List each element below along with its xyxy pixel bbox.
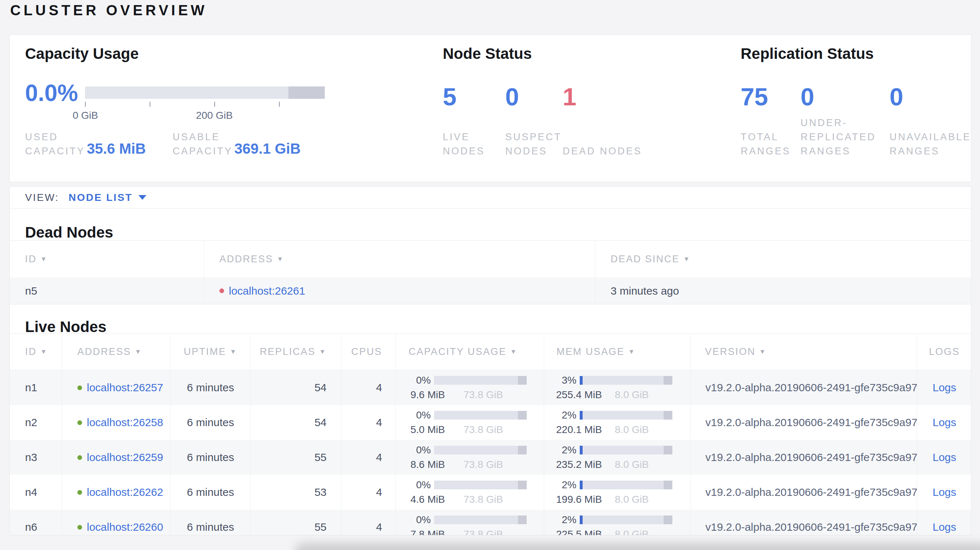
sort-arrow-icon: ▼: [135, 348, 142, 356]
axis-tick-label: 200 GiB: [191, 110, 238, 121]
memory-usage-widget: 2%220.1 MiB8.0 GiB: [556, 409, 672, 436]
replicas-cell: 55: [251, 510, 341, 536]
view-selected-value[interactable]: NODE LIST: [68, 192, 132, 203]
column-header-dead_since[interactable]: DEAD SINCE▼: [595, 241, 971, 278]
live-nodes-count: 5: [443, 84, 505, 109]
sort-arrow-icon: ▼: [230, 348, 237, 356]
address-link[interactable]: localhost:26258: [87, 416, 163, 429]
column-header-memory[interactable]: MEM USAGE▼: [544, 334, 691, 370]
version-value: v19.2.0-alpha.20190606-2491-gfe735c9a97: [691, 486, 917, 498]
uptime-cell: 6 minutes: [171, 510, 251, 536]
axis-tick: [214, 102, 215, 107]
capacity-used-value: 7.8 MiB: [410, 529, 445, 536]
dead-nodes-table-body: n5localhost:262613 minutes ago: [10, 278, 971, 304]
capacity-usage-widget: 0%5.0 MiB73.8 GiB: [410, 409, 527, 436]
address-link[interactable]: localhost:26262: [87, 486, 163, 498]
unavailable-ranges-stat: 0 UNAVAILABLE RANGES: [889, 84, 975, 158]
column-header-version[interactable]: VERSION▼: [691, 334, 917, 370]
logs-cell: Logs: [917, 475, 971, 510]
column-header-id[interactable]: ID▼: [10, 334, 62, 370]
live-status-dot-icon: [77, 385, 82, 390]
memory-usage-percent: 2%: [556, 444, 576, 456]
memory-usage-cell: 2%199.6 MiB8.0 GiB: [544, 475, 691, 510]
capacity-usage-cell: 0%4.6 MiB73.8 GiB: [396, 475, 544, 510]
dead-status-dot-icon: [220, 288, 224, 293]
address-link[interactable]: localhost:26261: [229, 285, 305, 297]
address-link[interactable]: localhost:26259: [87, 451, 163, 464]
memory-usage-percent: 2%: [556, 409, 576, 421]
id-cell: n2: [10, 405, 62, 440]
table-row: n4localhost:262626 minutes5340%4.6 MiB73…: [10, 475, 971, 510]
version-cell: v19.2.0-alpha.20190606-2491-gfe735c9a97: [691, 370, 917, 405]
capacity-percent: 0.0%: [25, 81, 85, 105]
logs-link[interactable]: Logs: [932, 521, 956, 533]
replicas-value: 54: [315, 416, 326, 429]
memory-usage-bar-other-segment: [663, 411, 672, 420]
capacity-usage-cell: 0%5.0 MiB73.8 GiB: [396, 405, 544, 440]
memory-usage-bar-other-segment: [663, 376, 672, 385]
memory-usage-bar: [580, 376, 672, 385]
version-value: v19.2.0-alpha.20190606-2491-gfe735c9a97: [691, 416, 917, 429]
sort-arrow-icon: ▼: [628, 348, 636, 356]
used-capacity-stat: USED CAPACITY 35.6 MiB: [25, 130, 146, 158]
logs-link[interactable]: Logs: [932, 416, 956, 429]
live-nodes-table: ID▼ADDRESS▼UPTIME▼REPLICAS▼CPUSCAPACITY …: [10, 334, 971, 536]
dead-since-value: 3 minutes ago: [611, 285, 679, 297]
logs-link[interactable]: Logs: [932, 451, 956, 464]
uptime-value: 6 minutes: [187, 521, 234, 533]
table-row: n2localhost:262586 minutes5440%5.0 MiB73…: [10, 405, 971, 440]
address-link[interactable]: localhost:26257: [87, 382, 163, 394]
replicas-cell: 54: [251, 370, 341, 405]
replicas-cell: 55: [251, 440, 341, 475]
memory-used-value: 255.4 MiB: [556, 389, 602, 401]
dead-since-cell: 3 minutes ago: [595, 278, 971, 304]
uptime-value: 6 minutes: [187, 486, 234, 498]
view-selector[interactable]: NODE LIST: [68, 192, 146, 203]
column-header-replicas[interactable]: REPLICAS▼: [251, 334, 341, 370]
memory-total-value: 8.0 GiB: [615, 389, 649, 401]
column-header-address[interactable]: ADDRESS▼: [62, 334, 171, 370]
node-id: n5: [25, 285, 37, 297]
column-header-address[interactable]: ADDRESS▼: [204, 241, 595, 278]
capacity-total-value: 73.8 GiB: [463, 529, 503, 536]
column-header-capacity[interactable]: CAPACITY USAGE▼: [396, 334, 544, 370]
sort-arrow-icon: ▼: [40, 255, 48, 263]
live-nodes-stat: 5 LIVE NODES: [443, 84, 505, 158]
used-capacity-value: 35.6 MiB: [87, 141, 146, 158]
capacity-usage-widget: 0%4.6 MiB73.8 GiB: [410, 479, 527, 505]
memory-usage-bar: [580, 515, 672, 524]
version-value: v19.2.0-alpha.20190606-2491-gfe735c9a97: [691, 451, 917, 464]
column-header-id[interactable]: ID▼: [10, 241, 204, 278]
under-replicated-ranges-count: 0: [800, 84, 889, 109]
logs-link[interactable]: Logs: [932, 486, 956, 498]
address-cell: localhost:26262: [62, 475, 171, 510]
replicas-value: 55: [315, 521, 326, 533]
capacity-usage-bar-other-segment: [518, 446, 527, 455]
address-link[interactable]: localhost:26260: [87, 521, 163, 533]
live-nodes-table-header: ID▼ADDRESS▼UPTIME▼REPLICAS▼CPUSCAPACITY …: [10, 334, 971, 370]
suspect-nodes-count: 0: [505, 84, 563, 109]
column-header-cpus: CPUS: [341, 334, 396, 370]
capacity-usage-bar-other-segment: [518, 376, 527, 385]
node-status-title: Node Status: [443, 45, 733, 62]
node-id: n4: [25, 486, 37, 498]
cluster-overview-page: CLUSTER OVERVIEW Capacity Usage 0.0% 0 G…: [0, 0, 980, 550]
capacity-usage-cell: 0%9.6 MiB73.8 GiB: [396, 370, 544, 405]
dead-nodes-table-header: ID▼ADDRESS▼DEAD SINCE▼: [10, 240, 971, 278]
cpus-value: 4: [376, 521, 382, 533]
page-title: CLUSTER OVERVIEW: [10, 2, 207, 19]
live-nodes-heading: Live Nodes: [10, 304, 971, 334]
memory-total-value: 8.0 GiB: [615, 494, 649, 505]
column-header-uptime[interactable]: UPTIME▼: [171, 334, 251, 370]
memory-used-value: 225.5 MiB: [556, 529, 602, 536]
logs-link[interactable]: Logs: [932, 382, 956, 394]
sort-arrow-icon: ▼: [759, 348, 767, 356]
capacity-usage-cell: 0%7.8 MiB73.8 GiB: [396, 510, 544, 536]
unavailable-ranges-count: 0: [889, 84, 975, 109]
sort-arrow-icon: ▼: [510, 348, 518, 356]
memory-usage-widget: 2%199.6 MiB8.0 GiB: [556, 479, 672, 505]
replicas-value: 53: [315, 486, 326, 498]
cpus-value: 4: [376, 486, 382, 498]
usable-capacity-label: USABLE CAPACITY: [173, 130, 234, 158]
capacity-usage-section: Capacity Usage 0.0% 0 GiB 200 GiB U: [25, 45, 414, 158]
